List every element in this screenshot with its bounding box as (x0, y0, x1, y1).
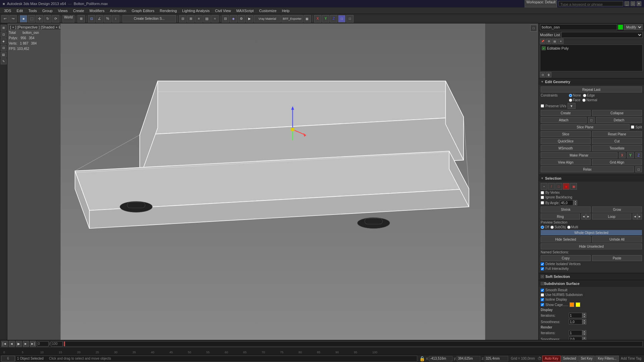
search-input[interactable]: Type a keyword or phrase (558, 1, 623, 6)
menu-3ds[interactable]: 3DS (1, 8, 14, 13)
mirror-button[interactable]: ⊟ (179, 15, 186, 22)
make-planar-button[interactable]: Make Planar (541, 152, 618, 158)
constraint-none-radio[interactable] (569, 94, 572, 97)
y-planar-button[interactable]: Y (627, 152, 634, 158)
stack-settings-icon[interactable]: ≡ (558, 39, 564, 44)
tl-prev-button[interactable]: ◄ (9, 341, 15, 347)
auto-key-button[interactable]: Auto Key (542, 356, 561, 362)
menu-graph-editors[interactable]: Graph Editors (129, 8, 157, 13)
by-angle-checkbox[interactable] (541, 201, 544, 204)
left-btn-5[interactable]: ▤ (1, 52, 7, 58)
ignore-bf-checkbox[interactable] (541, 196, 544, 199)
grow-button[interactable]: Grow (592, 206, 642, 213)
current-frame-input[interactable] (37, 341, 49, 347)
axis-extra1[interactable]: □ (338, 15, 345, 22)
array-button[interactable]: ⊞ (187, 15, 195, 22)
left-btn-2[interactable]: ⊡ (1, 32, 7, 38)
add-time-tag-btn[interactable]: Add Time Tag (620, 357, 643, 360)
left-btn-4[interactable]: ⊟ (1, 45, 7, 51)
viewport[interactable]: [ + ] [Perspective ] [Shaded + Edged Fac… (7, 23, 538, 340)
delete-isolated-checkbox[interactable] (541, 262, 544, 266)
cage-color-1[interactable] (570, 302, 574, 307)
relax-settings[interactable]: □ (635, 166, 642, 172)
tl-play-button[interactable]: ▶ (16, 341, 22, 347)
preview-subobj[interactable]: SubObj (550, 225, 566, 229)
slice-plane-button[interactable]: Slice Plane (541, 124, 630, 130)
select-region-button[interactable]: ⬚ (28, 15, 35, 22)
full-interactivity-checkbox[interactable] (541, 267, 544, 270)
disp-iter-up[interactable]: ▲ (582, 313, 586, 315)
slice-button[interactable]: Slice (541, 131, 591, 137)
configure-icon[interactable]: ⚙ (546, 39, 551, 44)
split-checkbox[interactable] (631, 125, 634, 129)
layer-manager[interactable]: ▤ (203, 15, 211, 22)
show-cage-checkbox[interactable] (541, 303, 544, 306)
render-smooth-input[interactable] (569, 337, 582, 340)
pin-stack-icon[interactable]: 📌 (540, 39, 545, 44)
ring-button[interactable]: Ring (541, 214, 580, 220)
constraint-edge-radio[interactable] (583, 94, 586, 97)
y-coord-input[interactable] (457, 356, 480, 361)
delete-isolated-check[interactable]: Delete Isolated Vertices (541, 262, 581, 266)
constraint-normal[interactable]: Normal (582, 98, 597, 102)
cage-color-2[interactable] (576, 302, 580, 307)
set-key-button[interactable]: Set Key (578, 356, 595, 362)
y-axis[interactable]: Y (322, 15, 329, 22)
frame-number-box[interactable]: 6 (1, 356, 15, 362)
axis-extra2[interactable]: □ (346, 15, 354, 22)
redo-button[interactable]: ↪ (9, 15, 17, 22)
constraint-face[interactable]: Face (569, 98, 580, 102)
x-coord-input[interactable] (429, 356, 452, 361)
preview-off[interactable]: Off (541, 225, 549, 229)
modifier-list-dropdown[interactable] (561, 32, 643, 38)
selection-header[interactable]: ▼ Selection (539, 175, 644, 182)
constraint-edge[interactable]: Edge (583, 94, 595, 97)
object-name-input[interactable] (540, 24, 617, 30)
render-iter-input[interactable] (569, 330, 582, 336)
full-interactivity-check[interactable]: Full Interactivity (541, 267, 569, 270)
scene-io[interactable]: ▦ (304, 15, 311, 22)
smooth-result-checkbox[interactable] (541, 289, 544, 292)
ring-next[interactable]: ► (586, 214, 591, 220)
ignore-bf-check[interactable]: Ignore Backfacing (541, 195, 572, 199)
x-axis[interactable]: X (314, 15, 321, 22)
render-iter-up[interactable]: ▲ (582, 330, 586, 333)
border-sel-icon[interactable]: □ (555, 183, 562, 190)
smooth-result-check[interactable]: Smooth Result (541, 288, 568, 292)
menu-create[interactable]: Create (70, 8, 87, 13)
modifier-item-editable-poly[interactable]: ✓ Editable Poly (540, 45, 642, 52)
attach-button[interactable]: Attach (541, 117, 587, 123)
angle-input[interactable] (560, 200, 573, 205)
bff-exporter[interactable]: BFF_Exporter (281, 15, 303, 22)
collapse-button[interactable]: Collapse (592, 110, 642, 116)
end-frame-input[interactable] (51, 341, 63, 347)
menu-group[interactable]: Group (40, 8, 55, 13)
tl-end-button[interactable]: ►| (30, 341, 36, 347)
disp-smooth-down[interactable]: ▼ (582, 322, 586, 324)
by-vertex-checkbox[interactable] (541, 191, 544, 194)
loop-next[interactable]: ► (637, 214, 642, 220)
isoline-check[interactable]: Isoline Display (541, 298, 567, 301)
render-setup[interactable]: ⚙ (238, 15, 245, 22)
spinner-snap[interactable]: ↕ (112, 15, 119, 22)
render-frame[interactable]: ▶ (246, 15, 253, 22)
tl-start-button[interactable]: |◄ (1, 341, 8, 347)
modifier-panel-select[interactable]: Modify (624, 24, 643, 30)
vray-label[interactable]: Vray Material (254, 15, 281, 22)
menu-customize[interactable]: Customize (256, 8, 279, 13)
ring-prev[interactable]: ◄ (581, 214, 586, 220)
view-align-button[interactable]: View Align (541, 159, 591, 165)
snap-toggle[interactable]: ⊡ (88, 15, 95, 22)
repeat-last-button[interactable]: Repeat Last (541, 86, 642, 93)
preview-multi[interactable]: Multi (567, 225, 578, 229)
z-coord-input[interactable] (485, 356, 508, 361)
timeline-track[interactable] (64, 341, 643, 347)
loop-button[interactable]: Loop (592, 214, 631, 220)
close-button[interactable]: ✕ (637, 1, 641, 6)
constraint-face-radio[interactable] (569, 99, 572, 102)
menu-views[interactable]: Views (55, 8, 70, 13)
z-planar-button[interactable]: Z (635, 152, 642, 158)
preserve-uvs-checkbox[interactable] (541, 104, 544, 108)
material-editor[interactable]: ◈ (230, 15, 237, 22)
element-sel-icon[interactable]: ▣ (570, 183, 577, 190)
